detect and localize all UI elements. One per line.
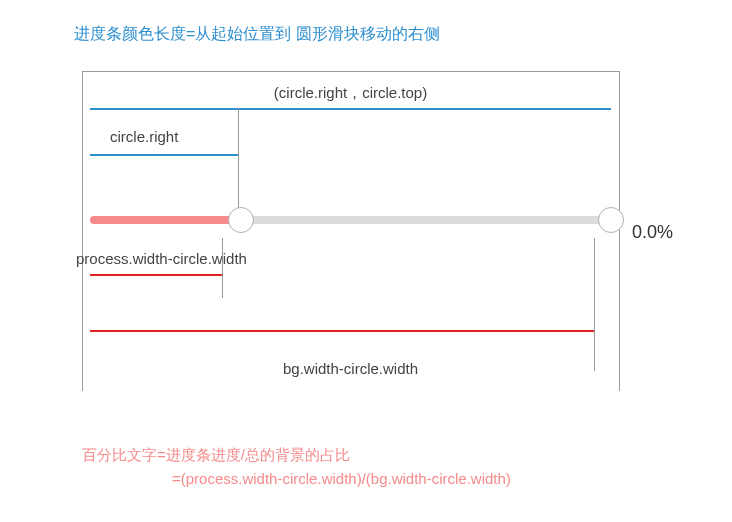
label-circle-right-top: (circle.right，circle.top) — [82, 84, 619, 103]
label-circle-right: circle.right — [110, 128, 178, 145]
brace-blue-full — [90, 108, 611, 110]
guide-vline-red-long — [594, 238, 595, 371]
title-top: 进度条颜色长度=从起始位置到 圆形滑块移动的右侧 — [74, 24, 694, 45]
guide-vline-red-short — [222, 238, 223, 298]
percent-label: 0.0% — [632, 222, 673, 243]
brace-blue-partial — [90, 154, 238, 156]
formula-line-2: =(process.width-circle.width)/(bg.width-… — [82, 467, 694, 491]
formula-line-1: 百分比文字=进度条进度/总的背景的占比 — [82, 443, 694, 467]
slider-fill — [90, 216, 242, 224]
label-bg-width: bg.width-circle.width — [82, 360, 619, 377]
slider-thumb-left[interactable] — [228, 207, 254, 233]
brace-red-full — [90, 330, 595, 332]
brace-red-partial — [90, 274, 222, 276]
diagram-frame: (circle.right，circle.top) circle.right p… — [82, 71, 620, 391]
formula-block: 百分比文字=进度条进度/总的背景的占比 =(process.width-circ… — [82, 443, 694, 491]
slider-thumb-right[interactable] — [598, 207, 624, 233]
slider[interactable] — [82, 204, 619, 236]
guide-vline-blue — [238, 108, 239, 208]
